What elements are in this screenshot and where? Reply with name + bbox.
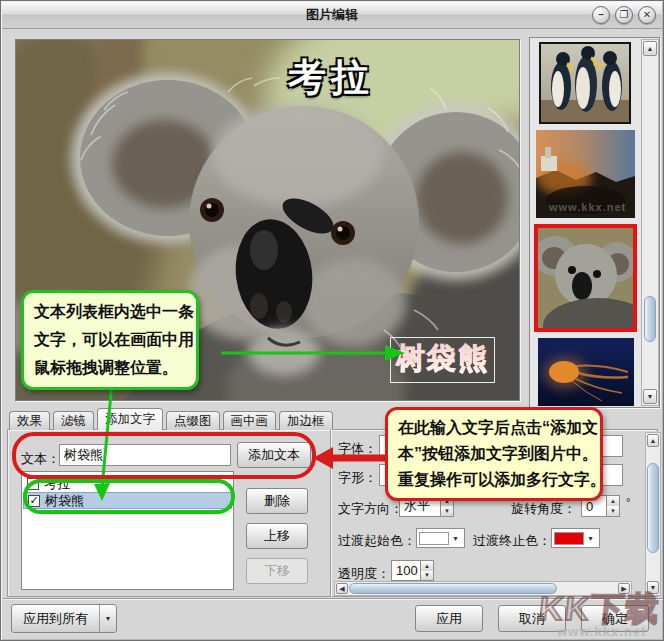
font-label: 字体： <box>338 440 377 458</box>
callout-line: 重复操作可以添加多行文字。 <box>398 467 590 493</box>
start-color-swatch <box>419 532 449 545</box>
thumbnail-penguins[interactable] <box>539 42 631 124</box>
titlebar[interactable]: 图片编辑 – ❐ ✕ <box>2 2 662 29</box>
apply-to-all-button[interactable]: 应用到所有 ▾ <box>11 604 117 633</box>
opacity-spinner[interactable]: 100 ▲ ▼ <box>391 560 434 581</box>
move-down-button[interactable]: 下移 <box>246 558 308 584</box>
apply-to-all-label: 应用到所有 <box>12 605 99 632</box>
minimize-icon[interactable]: – <box>592 6 610 24</box>
list-item-shudaixiong[interactable]: ✓ 树袋熊 <box>23 492 232 509</box>
tab-add-text[interactable]: 添加文字 <box>97 408 163 430</box>
sidebar-scroll-thumb[interactable] <box>644 296 656 342</box>
maximize-icon[interactable]: ❐ <box>615 6 633 24</box>
callout-line: 文本列表框内选中一条 <box>34 298 186 326</box>
callout-drag-hint: 文本列表框内选中一条 文字，可以在画面中用 鼠标拖拽调整位置。 <box>21 290 199 390</box>
text-list[interactable]: ✓ 考拉 ✓ 树袋熊 <box>21 471 234 590</box>
delete-button[interactable]: 删除 <box>246 488 308 514</box>
tab-strip: 效果 滤镜 添加文字 点缀图 画中画 加边框 <box>9 408 333 430</box>
vscroll-thumb[interactable] <box>647 463 659 553</box>
thumbnail-list: ▲ ▼ <box>529 37 660 408</box>
direction-label: 文字方向： <box>338 500 403 518</box>
degree-suffix: ° <box>626 496 630 508</box>
gradient-end-color-picker[interactable]: ▾ <box>551 528 600 548</box>
scroll-left-icon[interactable]: ◀ <box>336 583 348 594</box>
spin-down-icon[interactable]: ▼ <box>607 506 619 516</box>
close-icon[interactable]: ✕ <box>638 6 656 24</box>
hscroll-thumb[interactable] <box>349 583 557 594</box>
list-item-koala[interactable]: ✓ 考拉 <box>23 475 232 492</box>
thumbnail-jellyfish[interactable] <box>538 338 634 406</box>
sidebar-scrollbar[interactable]: ▲ ▼ <box>641 39 659 406</box>
style-label: 字形： <box>338 469 377 487</box>
spin-down-icon[interactable]: ▼ <box>421 571 433 581</box>
tab-filters[interactable]: 滤镜 <box>53 411 94 430</box>
list-item-label: 树袋熊 <box>45 492 84 510</box>
callout-add-text-hint: 在此输入文字后点击“添加文 本”按钮添加文字到图片中。 重复操作可以添加多行文字… <box>385 407 603 501</box>
opacity-value: 100 <box>391 560 421 581</box>
image-edit-dialog: 图片编辑 – ❐ ✕ <box>0 0 664 641</box>
dropdown-icon[interactable]: ▾ <box>584 534 597 543</box>
text-label: 文本： <box>21 450 60 468</box>
rotation-label: 旋转角度： <box>511 500 576 518</box>
gradient-start-color-picker[interactable]: ▾ <box>416 528 465 548</box>
text-input[interactable] <box>59 444 231 466</box>
apply-button[interactable]: 应用 <box>415 605 483 632</box>
tab-add-border[interactable]: 加边框 <box>279 411 333 430</box>
canvas-text-shudaixiong: 树袋熊 <box>396 342 489 374</box>
spin-down-icon[interactable]: ▼ <box>441 506 453 516</box>
add-text-button[interactable]: 添加文本 <box>237 442 311 468</box>
callout-line: 本”按钮添加文字到图片中。 <box>398 441 590 467</box>
callout-line: 鼠标拖拽调整位置。 <box>34 354 186 382</box>
end-color-swatch <box>554 532 584 545</box>
move-up-button[interactable]: 上移 <box>246 523 308 549</box>
spin-up-icon[interactable]: ▲ <box>607 496 619 506</box>
panel-vertical-scrollbar[interactable]: ▲ ▼ <box>645 432 661 596</box>
scroll-down-icon[interactable]: ▼ <box>643 389 657 404</box>
tab-decoration[interactable]: 点缀图 <box>166 411 220 430</box>
scroll-up-icon[interactable]: ▲ <box>647 434 659 447</box>
spin-up-icon[interactable]: ▲ <box>421 561 433 571</box>
thumbnail-koala[interactable] <box>534 224 637 332</box>
canvas-text-selection-box[interactable]: 树袋熊 <box>390 337 495 383</box>
canvas-text-koala[interactable]: 考拉 <box>288 52 374 103</box>
panel-divider <box>330 429 332 597</box>
tab-picture-in-picture[interactable]: 画中画 <box>223 411 277 430</box>
site-watermark-url: www.kkx.net <box>557 624 646 639</box>
scroll-up-icon[interactable]: ▲ <box>643 41 657 56</box>
gradient-end-label: 过渡终止色： <box>473 532 551 550</box>
tab-effects[interactable]: 效果 <box>9 411 50 430</box>
checkbox-koala[interactable]: ✓ <box>27 478 39 490</box>
window-title: 图片编辑 <box>306 6 358 24</box>
callout-line: 文字，可以在画面中用 <box>34 326 186 354</box>
callout-line: 在此输入文字后点击“添加文 <box>398 415 590 441</box>
checkbox-shudaixiong[interactable]: ✓ <box>28 495 40 507</box>
sidebar-watermark: www.kkx.net <box>549 201 626 213</box>
gradient-start-label: 过渡起始色： <box>338 532 416 550</box>
list-item-label: 考拉 <box>44 475 70 493</box>
dropdown-icon[interactable]: ▾ <box>99 605 116 632</box>
dropdown-icon[interactable]: ▾ <box>449 534 462 543</box>
